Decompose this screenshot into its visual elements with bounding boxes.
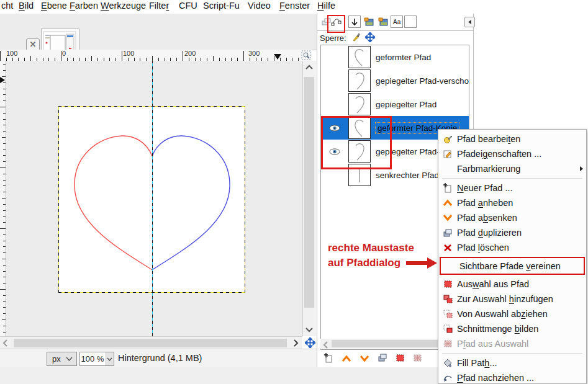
context-menu-item[interactable]: Pfad anheben bbox=[438, 195, 586, 210]
add-to-selection-icon bbox=[438, 295, 457, 303]
context-menu-item[interactable]: Auswahl aus Pfad bbox=[438, 277, 586, 292]
scroll-right-icon[interactable] bbox=[291, 338, 301, 348]
path-from-selection-icon[interactable] bbox=[413, 354, 422, 365]
context-menu-item[interactable]: Pfadeigenschaften ... bbox=[438, 146, 586, 161]
lock-brush-icon[interactable] bbox=[351, 32, 360, 43]
annotation-line1: rechte Maustaste bbox=[328, 241, 436, 256]
subtract-selection-icon bbox=[438, 310, 457, 318]
context-menu-item[interactable]: Pfad löschen bbox=[438, 240, 586, 255]
text-aa-tab-icon[interactable]: Aa bbox=[391, 16, 403, 28]
duplicate-icon[interactable] bbox=[378, 353, 387, 365]
unit-dropdown[interactable]: px bbox=[47, 352, 77, 366]
canvas-viewport[interactable] bbox=[6, 61, 302, 336]
menu-item-label: Farbmarkierung bbox=[457, 164, 576, 174]
annotation-box-path-rows bbox=[321, 116, 392, 169]
context-menu-item[interactable]: Farbmarkierung bbox=[438, 161, 586, 176]
selection-from-path-icon bbox=[438, 280, 457, 288]
menu-werkzeuge[interactable]: Werkzeuge bbox=[101, 1, 146, 11]
menu-item-label: Pfad anheben bbox=[457, 198, 576, 208]
collapse-arrow-icon[interactable] bbox=[464, 17, 475, 27]
context-menu-item[interactable]: Pfad nachziehen ... bbox=[438, 370, 586, 384]
horizontal-scrollbar[interactable] bbox=[0, 336, 302, 349]
zoom-level-field[interactable]: 100 % bbox=[79, 352, 106, 366]
status-bar: px 100 % Hintergrund (4,1 MB) bbox=[0, 349, 317, 368]
properties-icon bbox=[438, 150, 457, 159]
menu-video[interactable]: Video bbox=[248, 1, 271, 11]
menu-separator bbox=[442, 178, 582, 179]
zoom-follow-window-icon[interactable] bbox=[301, 50, 312, 61]
context-menu-item[interactable]: Pfad bearbeiten bbox=[438, 132, 586, 146]
vertical-guide[interactable] bbox=[152, 61, 153, 336]
raise-icon[interactable] bbox=[341, 354, 351, 365]
context-menu: Pfad bearbeitenPfadeigenschaften ...Farb… bbox=[438, 129, 587, 384]
menu-cfu[interactable]: CFU bbox=[179, 1, 197, 11]
menu-separator bbox=[442, 353, 582, 354]
menu-fenster[interactable]: Fenster bbox=[279, 1, 310, 11]
path-label[interactable]: gepiegelter Pfad bbox=[376, 100, 436, 109]
path-label[interactable]: geformter Pfad bbox=[376, 53, 431, 62]
duplicate-icon bbox=[438, 228, 457, 238]
scroll-left-icon[interactable] bbox=[0, 338, 10, 348]
context-menu-item[interactable]: Schnittmenge bilden bbox=[438, 321, 586, 336]
context-menu-item[interactable]: Sichtbare Pfade vereinen bbox=[440, 257, 585, 275]
path-label[interactable]: gepiegelter Pfad-verschobe bbox=[376, 76, 469, 86]
menu-filter[interactable]: Filter bbox=[149, 1, 169, 11]
selection-from-path-icon[interactable] bbox=[396, 354, 405, 365]
lower-icon bbox=[438, 214, 457, 221]
horizontal-ruler[interactable]: 1000100200300 bbox=[0, 50, 302, 61]
context-menu-item: Pfad aus Auswahl bbox=[438, 336, 586, 351]
menu-item-label: Pfad löschen bbox=[457, 243, 576, 252]
context-menu-item[interactable]: Pfad duplizieren bbox=[438, 225, 586, 240]
unit-value: px bbox=[52, 354, 61, 364]
context-menu-item[interactable]: Von Auswahl abziehen bbox=[438, 306, 586, 321]
path-row[interactable]: gepiegelter Pfad-verschobe bbox=[321, 69, 469, 92]
ruler-position-marker bbox=[274, 54, 281, 60]
path-thumbnail[interactable] bbox=[348, 69, 371, 92]
ruler-label: 100 bbox=[123, 50, 134, 57]
menu-item-label: Pfad bearbeiten bbox=[457, 134, 576, 144]
scroll-left-icon[interactable] bbox=[320, 340, 330, 350]
arrow-down-tab-icon[interactable] bbox=[348, 16, 361, 28]
menu-item-label: Neuer Pfad ... bbox=[457, 183, 576, 193]
context-menu-item[interactable]: Neuer Pfad ... bbox=[438, 181, 586, 195]
svg-text:Aa: Aa bbox=[393, 19, 401, 25]
menu-bar: chtBildEbeneFarbenWerkzeugeFilterCFUScri… bbox=[0, 0, 588, 14]
status-message: Hintergrund (4,1 MB) bbox=[118, 353, 202, 363]
path-row[interactable]: gepiegelter Pfad bbox=[321, 92, 469, 116]
ruler-label: 100 bbox=[6, 50, 17, 57]
image-tab-icon[interactable] bbox=[377, 16, 389, 28]
menu-cht[interactable]: cht bbox=[1, 1, 13, 11]
vertical-ruler[interactable] bbox=[0, 61, 6, 336]
path-thumbnail[interactable] bbox=[348, 93, 371, 115]
path-thumbnail[interactable] bbox=[348, 46, 371, 68]
image-tab-strip: ✕ bbox=[0, 14, 317, 50]
menu-farben[interactable]: Farben bbox=[70, 1, 98, 11]
path-row[interactable]: geformter Pfad bbox=[321, 45, 469, 69]
lock-position-icon[interactable] bbox=[365, 32, 375, 44]
blank-tab-icon[interactable] bbox=[404, 16, 417, 28]
scrollbar-thumb[interactable] bbox=[304, 77, 314, 308]
context-menu-item[interactable]: Fill Path... bbox=[438, 355, 586, 370]
vertical-scrollbar[interactable] bbox=[302, 61, 316, 336]
image-tab-icon[interactable] bbox=[363, 16, 375, 28]
menu-bild[interactable]: Bild bbox=[19, 1, 34, 11]
scroll-up-icon[interactable] bbox=[304, 62, 314, 72]
pan-view-icon[interactable] bbox=[303, 336, 317, 349]
scroll-down-icon[interactable] bbox=[304, 325, 314, 335]
layer-boundary-left bbox=[58, 106, 59, 293]
menu-scriptfu[interactable]: Script-Fu bbox=[203, 1, 240, 11]
menu-ebene[interactable]: Ebene bbox=[41, 1, 67, 11]
submenu-arrow-icon bbox=[576, 166, 586, 172]
menu-item-label: Auswahl aus Pfad bbox=[457, 279, 576, 289]
menu-item-label: Sichtbare Pfade vereinen bbox=[459, 261, 574, 271]
lower-icon[interactable] bbox=[360, 354, 369, 365]
new-path-icon[interactable] bbox=[323, 353, 333, 365]
menu-hilfe[interactable]: Hilfe bbox=[317, 1, 335, 11]
scrollbar-thumb[interactable] bbox=[332, 340, 442, 347]
path-label[interactable]: senkrechter Pfad bbox=[376, 171, 439, 180]
context-menu-item[interactable]: Pfad absenken bbox=[438, 210, 586, 225]
zoom-dropdown-icon[interactable] bbox=[105, 352, 114, 366]
scrollbar-thumb[interactable] bbox=[14, 339, 287, 347]
context-menu-item[interactable]: Zur Auswahl hinzufügen bbox=[438, 292, 586, 306]
menu-item-label: Fill Path... bbox=[457, 358, 576, 368]
